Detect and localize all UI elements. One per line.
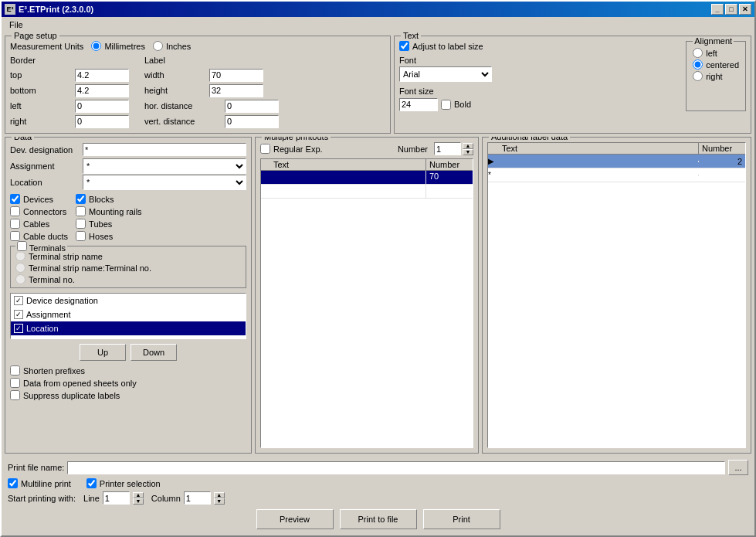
al-row-2[interactable]: * — [488, 168, 745, 182]
tubes-checkbox[interactable] — [76, 219, 86, 229]
maximize-button[interactable]: □ — [725, 4, 737, 15]
additional-label-group: Additional label data Text Number ▶ 2 * — [482, 137, 751, 454]
label-hdist-input[interactable] — [225, 100, 279, 113]
opened-sheets-checkbox[interactable] — [10, 378, 20, 388]
radio-mm-label: Millimetres — [104, 42, 145, 51]
al-th-number: Number — [699, 143, 745, 154]
down-button[interactable]: Down — [131, 344, 177, 361]
font-select[interactable]: Arial Times New Roman Courier New — [399, 66, 492, 82]
menu-file[interactable]: File — [5, 19, 28, 31]
list-item-location[interactable]: ✓ Location — [11, 321, 246, 335]
column-input[interactable] — [184, 491, 211, 505]
alignment-box: Alignment left centered — [686, 41, 746, 111]
border-right-input[interactable] — [75, 115, 129, 128]
al-row-1[interactable]: ▶ 2 — [488, 155, 745, 168]
align-left-option[interactable]: left — [693, 48, 739, 58]
spin-down[interactable]: ▼ — [463, 149, 473, 155]
border-left-input[interactable] — [75, 100, 129, 113]
shorten-prefixes-checkbox[interactable] — [10, 365, 20, 376]
connectors-checkbox[interactable] — [10, 206, 20, 216]
blocks-checkbox[interactable] — [76, 194, 86, 204]
mp-row-2[interactable] — [261, 185, 473, 199]
align-right-option[interactable]: right — [693, 71, 739, 81]
terminals-checkbox[interactable] — [17, 241, 27, 251]
terminal-no-label: Terminal no. — [29, 275, 75, 284]
additional-label-title: Additional label data — [489, 137, 570, 141]
printer-selection-checkbox[interactable] — [86, 478, 97, 488]
bold-label: Bold — [454, 100, 471, 109]
opened-sheets-item: Data from opened sheets only — [10, 378, 246, 388]
number-label: Number — [398, 144, 428, 154]
suppress-duplicates-checkbox[interactable] — [10, 390, 20, 400]
multiline-checkbox[interactable] — [8, 478, 18, 488]
border-top-input[interactable] — [75, 69, 129, 82]
column-spin-down[interactable]: ▼ — [214, 498, 225, 505]
shorten-prefixes-item: Shorten prefixes — [10, 365, 246, 376]
label-height-input[interactable] — [209, 84, 263, 97]
align-centered-radio[interactable] — [693, 59, 703, 70]
dev-desig-input[interactable] — [83, 143, 246, 156]
hoses-checkbox[interactable] — [76, 231, 86, 241]
cable-ducts-item: Cable ducts — [10, 231, 68, 241]
number-input[interactable] — [434, 142, 461, 155]
align-left-radio[interactable] — [693, 48, 703, 58]
list-item-checkbox-2: ✓ — [14, 310, 23, 319]
border-bottom-input[interactable] — [75, 84, 129, 97]
multiple-printouts-group: Multiple printouts Regular Exp. Number ▲… — [255, 137, 479, 454]
assignment-select[interactable]: * — [83, 158, 246, 174]
line-label: Line — [83, 494, 100, 503]
label-title: Label — [144, 56, 279, 65]
list-item-checkbox-3: ✓ — [14, 324, 23, 333]
devices-checkbox[interactable] — [10, 194, 20, 204]
connectors-label: Connectors — [23, 207, 66, 216]
up-button[interactable]: Up — [80, 344, 126, 361]
cables-checkbox[interactable] — [10, 219, 20, 229]
radio-inches[interactable]: Inches — [153, 41, 191, 51]
border-right-label: right — [10, 117, 72, 126]
regular-exp-checkbox[interactable] — [260, 144, 270, 154]
mounting-rails-checkbox[interactable] — [76, 206, 86, 216]
column-spin-btns: ▲ ▼ — [214, 492, 225, 505]
close-button[interactable]: ✕ — [739, 4, 751, 15]
list-item-label-1: Device designation — [26, 296, 98, 305]
cable-ducts-checkbox[interactable] — [10, 231, 20, 241]
terminal-strip-terminal-label: Terminal strip name:Terminal no. — [29, 263, 151, 273]
print-button[interactable]: Print — [423, 509, 500, 529]
adjust-checkbox[interactable] — [399, 41, 409, 51]
menu-bar: File — [2, 17, 754, 32]
terminal-strip-name-label: Terminal strip name — [29, 252, 103, 261]
font-size-input[interactable] — [399, 98, 438, 111]
print-file-label: Print file name: — [8, 463, 64, 472]
regular-exp-item: Regular Exp. — [260, 144, 323, 154]
font-size-label: Font size — [399, 87, 681, 96]
label-vdist-input[interactable] — [225, 115, 279, 128]
spin-up[interactable]: ▲ — [463, 143, 473, 149]
location-select[interactable]: * — [83, 175, 246, 190]
line-input[interactable] — [103, 491, 130, 505]
radio-millimetres[interactable]: Millimetres — [91, 41, 145, 51]
print-to-file-button[interactable]: Print to file — [340, 509, 417, 529]
radio-inch-input[interactable] — [153, 41, 163, 51]
align-right-radio[interactable] — [693, 71, 703, 81]
bold-checkbox[interactable] — [441, 100, 451, 110]
al-arrow-2: * — [488, 171, 499, 179]
preview-button[interactable]: Preview — [256, 509, 334, 529]
line-spin-up[interactable]: ▲ — [133, 492, 144, 498]
minimize-button[interactable]: _ — [711, 4, 724, 15]
line-spin-down[interactable]: ▼ — [133, 498, 144, 505]
mp-row-1[interactable]: 70 — [261, 171, 473, 185]
al-cell-text-2 — [499, 175, 699, 176]
list-item-assignment[interactable]: ✓ Assignment — [11, 308, 246, 321]
column-spin-up[interactable]: ▲ — [214, 492, 225, 498]
alignment-title: Alignment — [693, 36, 734, 46]
list-item-device-desig[interactable]: ✓ Device designation — [11, 294, 246, 308]
label-width-input[interactable] — [209, 69, 263, 82]
align-centered-option[interactable]: centered — [693, 59, 739, 70]
assignment-row: Assignment * — [10, 158, 246, 173]
main-content: Page setup Measurement Units Millimetres… — [2, 32, 754, 535]
print-file-input[interactable] — [67, 461, 725, 474]
align-centered-label: centered — [706, 60, 739, 70]
browse-button[interactable]: ... — [728, 460, 748, 475]
label-hdist-row: hor. distance — [144, 99, 279, 113]
radio-mm-input[interactable] — [91, 41, 101, 51]
